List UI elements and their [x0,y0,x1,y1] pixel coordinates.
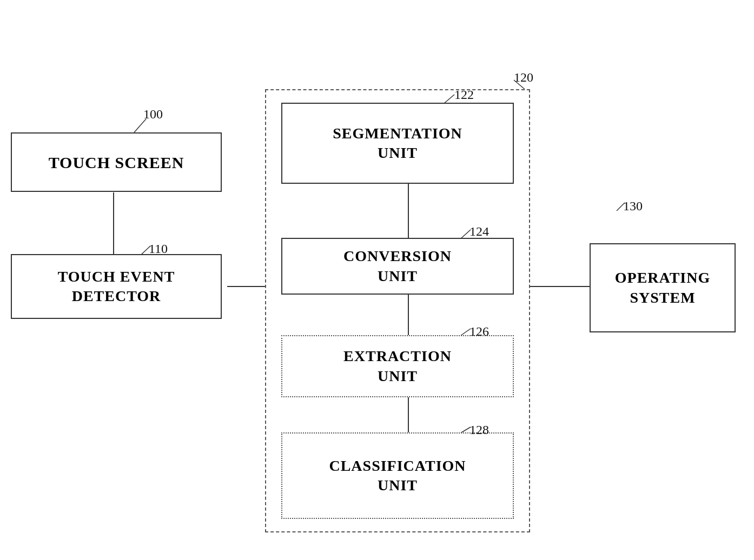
extraction-unit-box: EXTRACTIONUNIT [281,335,514,397]
touch-event-detector-box: TOUCH EVENTDETECTOR [11,254,222,319]
operating-system-box: OPERATINGSYSTEM [590,243,736,332]
ref-128: 128 [469,423,489,437]
segmentation-unit-box: SEGMENTATIONUNIT [281,103,514,184]
ref-124: 124 [469,224,489,239]
ref-120: 120 [514,70,533,85]
ref-122: 122 [454,88,474,102]
ref-126: 126 [469,324,489,339]
touch-screen-box: TOUCH SCREEN [11,132,222,192]
ref-110: 110 [149,242,168,256]
diagram: TOUCH SCREEN 100 TOUCH EVENTDETECTOR 110… [0,0,754,560]
conversion-unit-box: CONVERSIONUNIT [281,238,514,295]
ref-100: 100 [143,107,163,122]
ref-130: 130 [623,199,643,214]
classification-unit-box: CLASSIFICATIONUNIT [281,432,514,519]
